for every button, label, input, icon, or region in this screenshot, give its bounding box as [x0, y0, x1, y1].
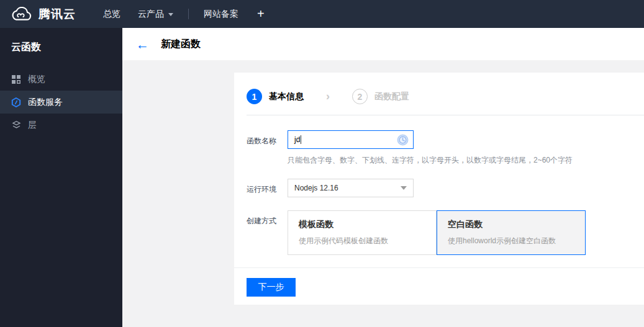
function-name-input[interactable]: jd [288, 130, 414, 149]
step-1-label: 基本信息 [269, 91, 304, 102]
sidebar-item-function-service[interactable]: 函数服务 [0, 91, 122, 114]
menu-item-label: 云产品 [138, 9, 164, 20]
basic-info-form: 函数名称 jd 只能 [234, 115, 644, 255]
function-name-row: 函数名称 jd 只能 [247, 130, 644, 166]
brand-name: 腾讯云 [39, 6, 76, 22]
footer-divider [234, 267, 644, 268]
runtime-row: 运行环境 Nodejs 12.16 [247, 179, 644, 197]
menu-item-label: 总览 [103, 9, 120, 20]
menu-item-cloud-products[interactable]: 云产品 [129, 0, 182, 28]
method-card-title: 模板函数 [299, 219, 426, 230]
select-caret-icon [401, 186, 407, 190]
method-card-title: 空白函数 [448, 219, 575, 230]
method-card-desc: 使用helloworld示例创建空白函数 [448, 236, 575, 246]
create-function-card: 1 基本信息 › 2 函数配置 函数名称 jd [234, 73, 644, 305]
layers-icon [11, 120, 21, 130]
page-title: 新建函数 [161, 38, 201, 51]
sidebar-item-layers[interactable]: 层 [0, 114, 122, 137]
topbar-divider [188, 9, 189, 19]
runtime-selected-value: Nodejs 12.16 [294, 184, 338, 192]
function-name-help: 只能包含字母、数字、下划线、连字符，以字母开头，以数字或字母结尾，2~60个字符 [288, 155, 573, 166]
step-indicator: 1 基本信息 › 2 函数配置 [247, 89, 644, 104]
page-header: ← 新建函数 [122, 28, 644, 60]
topbar: 腾讯云 总览 云产品 网站备案 + [0, 0, 644, 28]
topbar-menu: 总览 云产品 网站备案 + [94, 0, 274, 28]
sidebar-item-label: 函数服务 [28, 97, 63, 108]
sidebar-title: 云函数 [0, 28, 122, 68]
function-name-value: jd [294, 135, 300, 144]
menu-item-overview[interactable]: 总览 [94, 0, 129, 28]
step-2-circle: 2 [352, 89, 368, 104]
sidebar-item-overview[interactable]: 概览 [0, 68, 122, 91]
sidebar: 云函数 概览 函数服务 层 [0, 28, 122, 327]
tencent-cloud-logo[interactable]: 腾讯云 [0, 6, 87, 22]
content-area: 1 基本信息 › 2 函数配置 函数名称 jd [122, 60, 644, 327]
text-cursor [301, 135, 301, 144]
step-chevron-icon: › [326, 90, 330, 103]
method-card-template-function[interactable]: 模板函数 使用示例代码模板创建函数 [288, 210, 437, 255]
function-hexagon-icon [11, 97, 21, 107]
method-card-blank-function[interactable]: 空白函数 使用helloworld示例创建空白函数 [437, 210, 586, 255]
step-1-circle: 1 [247, 89, 262, 104]
menu-item-label: 网站备案 [204, 9, 238, 20]
function-name-label: 函数名称 [247, 130, 288, 146]
back-arrow-button[interactable]: ← [136, 38, 149, 51]
next-step-button[interactable]: 下一步 [247, 278, 296, 297]
step-2-label: 函数配置 [374, 91, 409, 102]
pending-clock-icon [397, 134, 409, 148]
sidebar-item-label: 层 [28, 120, 37, 131]
sidebar-item-label: 概览 [28, 74, 45, 85]
cloud-logo-icon [11, 7, 32, 22]
chevron-down-icon [168, 13, 173, 16]
method-card-desc: 使用示例代码模板创建函数 [299, 236, 426, 246]
runtime-select[interactable]: Nodejs 12.16 [288, 179, 414, 197]
grid-icon [11, 74, 21, 84]
add-tab-button[interactable]: + [247, 0, 274, 28]
runtime-label: 运行环境 [247, 179, 288, 195]
creation-method-row: 创建方式 模板函数 使用示例代码模板创建函数 空白函数 使用helloworld… [247, 210, 644, 255]
creation-method-label: 创建方式 [247, 210, 288, 226]
menu-item-website-icp[interactable]: 网站备案 [195, 0, 247, 28]
